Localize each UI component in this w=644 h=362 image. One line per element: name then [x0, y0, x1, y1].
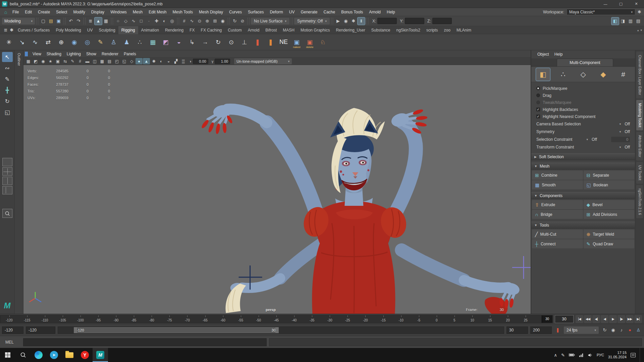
- bookmarks-icon[interactable]: ★: [47, 58, 54, 64]
- panel-menu-item[interactable]: Lighting: [64, 50, 84, 57]
- construction-history-icon[interactable]: ↻: [231, 17, 238, 25]
- shelf-parent-constraint[interactable]: ↳: [186, 36, 198, 49]
- timeline-tick[interactable]: 10: [463, 315, 481, 323]
- select-camera-icon[interactable]: ▦: [25, 58, 32, 64]
- shelf-tab[interactable]: Bifrost: [262, 26, 280, 34]
- pen-icon[interactable]: ✎: [561, 353, 565, 358]
- timeline-tick[interactable]: 0: [428, 315, 445, 323]
- shelf-delete[interactable]: ▣ delete: [304, 36, 316, 49]
- timeline-tick[interactable]: 25: [517, 315, 535, 323]
- snap-point-icon[interactable]: ⊙: [196, 17, 203, 25]
- clock[interactable]: 17:15 31.05.2024: [608, 351, 627, 359]
- timeline-tick[interactable]: -75: [161, 315, 178, 323]
- select-deformations-mask-icon[interactable]: ∙: [145, 17, 153, 25]
- select-object-icon[interactable]: ▲: [95, 17, 102, 25]
- shelf-tab[interactable]: Rendering_User: [333, 26, 368, 34]
- timeline-tick[interactable]: -30: [321, 315, 339, 323]
- safe-title-icon[interactable]: ◱: [121, 58, 128, 64]
- exposure-icon[interactable]: ◑: [189, 59, 192, 63]
- search-icon[interactable]: [2, 209, 12, 218]
- shelf-tab[interactable]: FX: [186, 26, 198, 34]
- shelf-ik-handle[interactable]: ↘: [16, 36, 28, 49]
- timeline-tick[interactable]: 20: [499, 315, 517, 323]
- close-button[interactable]: ✕: [629, 0, 644, 8]
- battery-icon[interactable]: [569, 353, 575, 357]
- make-live-icon[interactable]: ◉: [219, 17, 226, 25]
- coordinate-field[interactable]: Y:: [400, 18, 424, 24]
- menu-item[interactable]: Modify: [70, 8, 88, 16]
- animation-end-field[interactable]: 200: [530, 326, 552, 334]
- shelf-tab[interactable]: UV: [84, 26, 96, 34]
- playblast-icon[interactable]: ◉: [609, 326, 617, 334]
- shelf-mirror-joint[interactable]: ⇄: [42, 36, 54, 49]
- playback-start-field[interactable]: -120: [26, 326, 55, 334]
- snap-view-plane-icon[interactable]: ⊞: [211, 17, 219, 25]
- add-divisions-button[interactable]: ⊞ Add Divisions: [584, 210, 635, 219]
- scale-tool[interactable]: ◱: [2, 107, 13, 117]
- safe-action-icon[interactable]: ◰: [113, 58, 120, 64]
- shelf-overflow-arrows[interactable]: ▴▾: [637, 28, 644, 32]
- shelf-orient-joint[interactable]: ⊕: [55, 36, 67, 49]
- bevel-button[interactable]: ◆ Bevel: [584, 200, 635, 209]
- radio-option[interactable]: Pick/Marquee: [531, 85, 635, 92]
- menu-item[interactable]: Mesh: [130, 8, 146, 16]
- timeline-tick[interactable]: 5: [445, 315, 463, 323]
- menu-item[interactable]: Create: [35, 8, 53, 16]
- menu-item[interactable]: Edit: [22, 8, 35, 16]
- tray-expand-icon[interactable]: ∧: [554, 353, 557, 358]
- shelf-tab[interactable]: Sculpting: [96, 26, 118, 34]
- edge-button[interactable]: ◇: [576, 68, 590, 81]
- menu-item[interactable]: Generate: [298, 8, 320, 16]
- timeline-tick[interactable]: -120: [0, 315, 18, 323]
- timeline-tick[interactable]: 15: [481, 315, 499, 323]
- connect-button[interactable]: ┼ Connect: [532, 239, 583, 248]
- shelf-pole-vector[interactable]: ⊥: [238, 36, 251, 49]
- toggle-modeling-toolkit-icon[interactable]: ◧: [611, 17, 619, 25]
- timeline-tick[interactable]: -110: [36, 315, 54, 323]
- menu-item[interactable]: Surfaces: [245, 8, 267, 16]
- live-surface-select[interactable]: No Live Surface: [251, 18, 289, 24]
- workspace-settings-icon[interactable]: ✱: [638, 9, 641, 14]
- sidebar-tab[interactable]: ngSkinTools 2.1.6: [636, 185, 643, 218]
- timeline-tick[interactable]: -15: [374, 315, 392, 323]
- mesh-section-header[interactable]: Mesh: [531, 163, 635, 170]
- anim-preferences-icon[interactable]: ♙: [635, 326, 642, 334]
- coordinate-field[interactable]: X:: [372, 18, 397, 24]
- shelf-ik-spline[interactable]: ∿: [29, 36, 41, 49]
- volume-icon[interactable]: [588, 353, 593, 358]
- playback-range-bar[interactable]: -120 30: [74, 327, 279, 333]
- timeline-tick[interactable]: -40: [285, 315, 303, 323]
- shelf-tab[interactable]: Custom: [225, 26, 245, 34]
- wireframe-icon[interactable]: ◇: [128, 58, 135, 64]
- menu-item[interactable]: Windows: [107, 8, 130, 16]
- select-curves-mask-icon[interactable]: ∿: [130, 17, 137, 25]
- vertex-button[interactable]: ∴: [556, 68, 570, 81]
- gamma-field[interactable]: 1.00: [215, 59, 230, 64]
- shelf-menu-icon[interactable]: ≣: [3, 26, 9, 34]
- bookmark-icon[interactable]: ❚: [554, 326, 561, 334]
- network-icon[interactable]: [579, 353, 584, 357]
- grease-pencil-icon[interactable]: ✎: [69, 58, 76, 64]
- shelf-tab[interactable]: scripts: [423, 26, 441, 34]
- taskbar-search-icon[interactable]: [15, 348, 31, 362]
- select-hierarchy-icon[interactable]: ≣: [87, 17, 94, 25]
- menu-item[interactable]: Help: [384, 8, 398, 16]
- two-d-pan-zoom-icon[interactable]: ⇆: [62, 58, 69, 64]
- face-button[interactable]: ◆: [596, 68, 610, 81]
- smooth-shade-icon[interactable]: ●: [136, 58, 143, 64]
- shelf-wrap-deformer[interactable]: ◒: [173, 36, 185, 49]
- snap-curve-icon[interactable]: ∿: [188, 17, 196, 25]
- loop-playback-icon[interactable]: ↻: [601, 326, 608, 334]
- layout-single-pane-button[interactable]: [2, 158, 12, 166]
- menu-item[interactable]: Mesh Display: [196, 8, 226, 16]
- menu-item[interactable]: File: [9, 8, 22, 16]
- textured-icon[interactable]: ▲: [143, 58, 150, 64]
- shelf-tab[interactable]: Animation: [138, 26, 162, 34]
- step-forward-key-button[interactable]: ▶▶: [626, 315, 634, 323]
- shelf-paint-weights[interactable]: ✎: [94, 36, 107, 49]
- menu-item[interactable]: Deform: [267, 8, 286, 16]
- new-scene-icon[interactable]: ▢: [40, 17, 47, 25]
- shelf-blend-shape[interactable]: ◩: [160, 36, 172, 49]
- gamma-icon[interactable]: γ: [212, 59, 214, 63]
- select-handles-mask-icon[interactable]: ○: [114, 17, 122, 25]
